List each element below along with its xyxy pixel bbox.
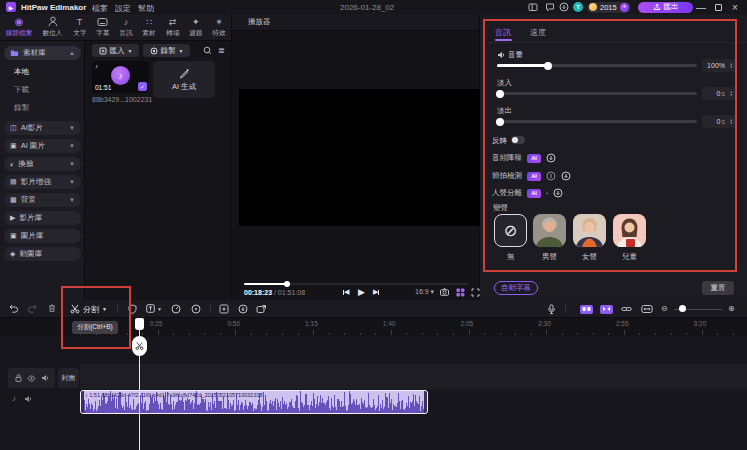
left-column: ◉媒體檔案 數位人 T文字 字幕 ♪音訊 ∷素材 ⇄轉場 ✦濾鏡 ✶特效 素材庫… <box>0 14 232 300</box>
play-button[interactable]: ▶ <box>358 287 365 297</box>
add-coins-icon[interactable]: + <box>620 3 629 12</box>
snapshot-icon[interactable] <box>440 288 449 296</box>
text-tool-icon[interactable]: ▼ <box>146 304 162 313</box>
audio-clip-card[interactable]: ♪ ♪ 01:51 ✓ <box>92 61 149 93</box>
zoom-slider-handle[interactable] <box>679 305 686 312</box>
mute-icon[interactable] <box>24 395 32 403</box>
aspect-ratio-select[interactable]: 16:9 ▾ <box>415 288 434 296</box>
ribbon-filter[interactable]: ✦濾鏡 <box>189 16 203 38</box>
playhead-handle[interactable] <box>135 318 144 330</box>
sidebar-video-library[interactable]: ▶影片庫 <box>4 211 81 225</box>
user-avatar[interactable]: T <box>573 2 583 12</box>
delete-icon[interactable] <box>47 303 57 313</box>
sidebar-library[interactable]: 素材庫▲ <box>4 46 81 60</box>
export-button[interactable]: 匯出 <box>638 2 693 13</box>
video-preview <box>239 89 480 226</box>
clip-right-handle[interactable] <box>424 391 427 413</box>
audio-track-controls: ♪ <box>12 394 42 403</box>
sidebar-gif-library[interactable]: ◈動圖庫 <box>4 247 81 261</box>
background-icon: ▩ <box>10 196 17 204</box>
video-track-lane[interactable] <box>80 364 747 389</box>
menu-file[interactable]: 檔案 <box>92 3 108 14</box>
progress-handle[interactable] <box>284 281 290 287</box>
link-icon[interactable] <box>621 304 632 314</box>
ribbon-media[interactable]: ◉媒體檔案 <box>5 16 33 38</box>
player-title: 播放器 <box>248 17 271 27</box>
player-progress-bar[interactable] <box>244 283 468 285</box>
fullscreen-icon[interactable] <box>471 288 480 297</box>
music-note-icon: ♪ <box>124 16 129 27</box>
sidebar: 素材庫▲ 本地 下載 錄製 ◫AI影片▼ ▣AI 圖片▼ ◐換臉▼ ▤影片增強▼… <box>0 41 85 300</box>
list-view-icon[interactable]: ≣ <box>218 46 225 55</box>
auto-subtitle-button[interactable]: 自動字幕 <box>494 281 538 295</box>
keyframe-icon[interactable] <box>219 304 229 314</box>
clip-left-handle[interactable] <box>81 391 84 413</box>
grid-view-icon[interactable] <box>456 288 465 297</box>
fit-timeline-icon[interactable] <box>641 304 653 314</box>
reset-button[interactable]: 重置 <box>702 281 734 295</box>
mic-icon[interactable] <box>547 304 556 315</box>
sidebar-image-library[interactable]: ▣圖片庫 <box>4 229 81 243</box>
player-timecode: 00:18:23 / 01:51:08 <box>244 289 305 296</box>
menu-help[interactable]: 幫助 <box>138 3 154 14</box>
record-button[interactable]: 錄製▼ <box>143 44 190 57</box>
ribbon-elements[interactable]: ∷素材 <box>142 16 156 38</box>
maximize-button[interactable] <box>711 0 725 14</box>
undo-icon[interactable] <box>9 303 19 313</box>
sidebar-item-download[interactable]: 下載 <box>14 85 29 95</box>
sidebar-ai-video[interactable]: ◫AI影片▼ <box>4 121 81 135</box>
ribbon-audio[interactable]: ♪音訊 <box>119 16 133 38</box>
ai-generate-card[interactable]: AI 生成 <box>153 61 215 98</box>
import-button[interactable]: 匯入▼ <box>92 44 139 57</box>
mute-icon[interactable] <box>41 374 49 382</box>
project-date: 2026-01-28_02 <box>340 3 394 12</box>
selected-checkbox[interactable]: ✓ <box>138 82 147 91</box>
layout-icon[interactable] <box>528 2 538 12</box>
grid-icon: ∷ <box>146 16 152 27</box>
coins-pill[interactable]: 2015 + <box>587 2 631 13</box>
zoom-in-icon[interactable]: ⊕ <box>728 304 735 313</box>
auto-snap-icon[interactable] <box>600 305 613 314</box>
feedback-icon[interactable] <box>545 2 555 12</box>
zoom-out-icon[interactable]: ⊖ <box>661 304 668 313</box>
eye-icon[interactable] <box>27 375 36 382</box>
sidebar-video-enhance[interactable]: ▤影片增強▼ <box>4 175 81 189</box>
ribbon-text[interactable]: T文字 <box>73 16 87 38</box>
next-frame-button[interactable]: ▶ <box>373 288 379 296</box>
close-button[interactable]: × <box>728 0 742 14</box>
download-icon[interactable] <box>559 2 569 12</box>
speed-icon[interactable] <box>171 304 181 314</box>
lock-icon[interactable] <box>15 374 22 382</box>
cover-button[interactable]: 封面 <box>58 368 79 388</box>
sidebar-item-local[interactable]: 本地 <box>14 67 29 77</box>
split-tooltip: 分割(Ctrl+B) <box>72 321 118 334</box>
ribbon-transition[interactable]: ⇄轉場 <box>166 16 180 38</box>
ribbon-subtitle[interactable]: 字幕 <box>96 16 110 38</box>
music-note-icon: ♪ <box>12 394 16 403</box>
minimize-button[interactable]: — <box>694 0 708 14</box>
ai-image-icon: ▣ <box>10 142 17 150</box>
app-title: HitPaw Edimakor <box>21 3 86 12</box>
ribbon-avatar[interactable]: 數位人 <box>42 16 63 38</box>
redo-icon[interactable] <box>27 303 37 313</box>
search-icon[interactable] <box>203 46 212 55</box>
filter-icon: ✦ <box>192 16 200 27</box>
ribbon-effects[interactable]: ✶特效 <box>212 16 226 38</box>
coin-count: 2015 <box>600 3 617 12</box>
ai-generate-icon <box>179 68 190 79</box>
clip-label: ♪ 1:51 88b3429d-47f2-11f0-b4d1-7a9f6c8d7… <box>85 392 263 398</box>
sidebar-ai-image[interactable]: ▣AI 圖片▼ <box>4 139 81 153</box>
highlight-rect-inspector <box>483 19 737 272</box>
sidebar-background[interactable]: ▩背景▼ <box>4 193 81 207</box>
sidebar-item-record[interactable]: 錄製 <box>14 103 29 113</box>
download-track-icon[interactable] <box>238 304 248 314</box>
menu-settings[interactable]: 設定 <box>115 3 131 14</box>
audio-clip[interactable]: ♪ 1:51 88b3429d-47f2-11f0-b4d1-7a9f6c8d7… <box>80 390 428 414</box>
sidebar-face-swap[interactable]: ◐換臉▼ <box>4 157 81 171</box>
ai-video-icon: ◫ <box>10 124 17 132</box>
text-icon: T <box>77 16 83 27</box>
export-clip-icon[interactable] <box>256 304 267 314</box>
prev-frame-button[interactable]: ◀ <box>343 288 349 296</box>
preview-icon[interactable] <box>191 304 201 314</box>
ripple-edit-icon[interactable] <box>580 305 593 314</box>
